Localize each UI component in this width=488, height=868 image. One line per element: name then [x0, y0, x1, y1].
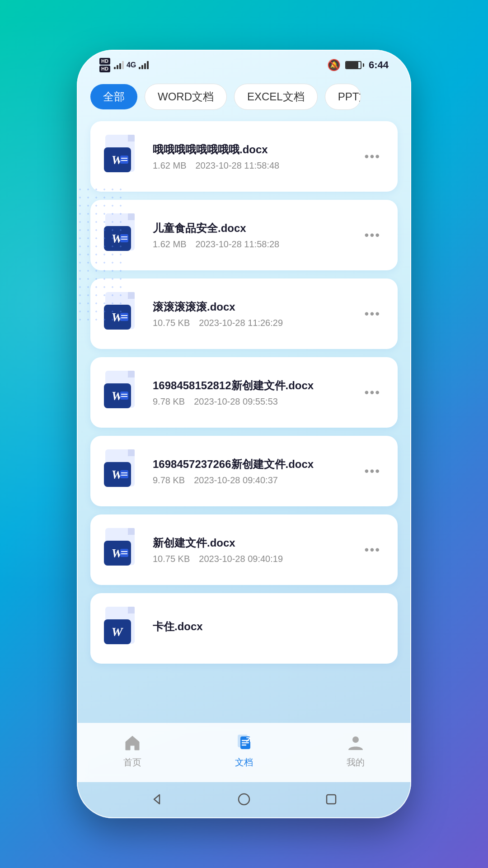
word-icon-3: W — [103, 370, 144, 415]
file-date-3: 2023-10-28 09:55:53 — [194, 396, 278, 407]
more-button-3[interactable]: ••• — [360, 383, 385, 402]
file-list: W 哦哦哦哦哦哦哦哦.docx 1.62 MB 2023-10-28 11:58… — [77, 117, 411, 723]
svg-point-52 — [352, 736, 359, 743]
bottom-nav: 首页 文档 — [77, 723, 411, 782]
docs-icon — [233, 732, 255, 754]
clock: 6:44 — [369, 59, 389, 71]
filter-tabs: 全部 WORD文档 EXCEL文档 PPT文 — [77, 77, 411, 117]
svg-rect-4 — [120, 156, 128, 164]
file-item-1[interactable]: W 儿童食品安全.docx 1.62 MB 2023-10-28 11:58:2… — [90, 200, 398, 270]
svg-rect-22 — [128, 371, 135, 377]
file-item-6[interactable]: W 卡住.docx — [90, 593, 398, 664]
profile-icon — [345, 732, 366, 754]
file-name-3: 1698458152812新创建文件.docx — [153, 378, 351, 393]
file-size-2: 10.75 KB — [153, 318, 190, 328]
file-size-3: 9.78 KB — [153, 396, 185, 407]
svg-rect-36 — [128, 528, 135, 535]
file-size-1: 1.62 MB — [153, 239, 186, 250]
svg-rect-18 — [120, 313, 128, 321]
more-button-5[interactable]: ••• — [360, 540, 385, 559]
svg-text:W: W — [112, 310, 124, 324]
tab-excel[interactable]: EXCEL文档 — [234, 84, 318, 110]
back-button[interactable] — [148, 790, 166, 808]
svg-rect-25 — [120, 392, 128, 400]
svg-rect-11 — [120, 234, 128, 242]
signal-2 — [139, 61, 149, 69]
home-icon — [122, 732, 143, 754]
status-bar: HD HD 4G — [77, 50, 411, 77]
word-icon-5: W — [103, 527, 144, 572]
word-icon-2: W — [103, 291, 144, 336]
svg-rect-55 — [327, 795, 336, 804]
svg-marker-53 — [154, 795, 160, 804]
svg-rect-15 — [128, 292, 135, 299]
status-left: HD HD 4G — [99, 58, 149, 72]
nav-profile-label: 我的 — [347, 756, 365, 769]
file-name-2: 滚滚滚滚滚.docx — [153, 300, 351, 314]
file-item-5[interactable]: W 新创建文件.docx 10.75 KB 2023-10-28 09:40:1… — [90, 514, 398, 585]
svg-rect-8 — [128, 213, 135, 220]
svg-rect-29 — [128, 449, 135, 456]
word-icon-4: W — [103, 448, 144, 494]
svg-rect-32 — [120, 470, 128, 478]
word-icon-0: W — [103, 134, 144, 179]
tab-word[interactable]: WORD文档 — [145, 84, 227, 110]
tab-ppt[interactable]: PPT文 — [325, 84, 361, 110]
file-name-5: 新创建文件.docx — [153, 536, 351, 550]
file-item-2[interactable]: W 滚滚滚滚滚.docx 10.75 KB 2023-10-28 11:26:2… — [90, 278, 398, 349]
file-name-6: 卡住.docx — [153, 619, 385, 634]
nav-docs[interactable]: 文档 — [233, 732, 255, 769]
nav-profile[interactable]: 我的 — [345, 732, 366, 769]
file-date-4: 2023-10-28 09:40:37 — [194, 475, 278, 486]
file-name-1: 儿童食品安全.docx — [153, 221, 351, 236]
network-badge: 4G — [127, 61, 136, 69]
more-button-0[interactable]: ••• — [360, 147, 385, 166]
status-right: 🔕 6:44 — [327, 59, 389, 71]
file-date-2: 2023-10-28 11:26:29 — [199, 318, 283, 328]
android-nav — [77, 782, 411, 818]
file-date-5: 2023-10-28 09:40:19 — [199, 554, 283, 564]
bell-icon: 🔕 — [327, 59, 341, 71]
file-date-1: 2023-10-28 11:58:28 — [195, 239, 279, 250]
hd-badge: HD — [99, 58, 110, 65]
file-meta-3: 9.78 KB 2023-10-28 09:55:53 — [153, 396, 351, 407]
file-name-4: 1698457237266新创建文件.docx — [153, 457, 351, 472]
svg-rect-1 — [128, 135, 135, 142]
file-meta-5: 10.75 KB 2023-10-28 09:40:19 — [153, 554, 351, 564]
phone-frame: HD HD 4G — [77, 50, 411, 818]
tab-all[interactable]: 全部 — [90, 84, 137, 109]
word-icon-6: W — [103, 606, 144, 651]
more-button-1[interactable]: ••• — [360, 226, 385, 245]
file-meta-1: 1.62 MB 2023-10-28 11:58:28 — [153, 239, 351, 250]
file-item-3[interactable]: W 1698458152812新创建文件.docx 9.78 KB 2023-1… — [90, 357, 398, 428]
home-button[interactable] — [235, 790, 253, 808]
word-icon-1: W — [103, 212, 144, 258]
nav-home-label: 首页 — [123, 756, 141, 769]
more-button-2[interactable]: ••• — [360, 304, 385, 323]
hd-badge2: HD — [99, 66, 110, 72]
file-meta-2: 10.75 KB 2023-10-28 11:26:29 — [153, 318, 351, 328]
file-name-0: 哦哦哦哦哦哦哦哦.docx — [153, 142, 351, 157]
svg-point-54 — [239, 794, 249, 805]
signal-1 — [114, 61, 124, 69]
nav-home[interactable]: 首页 — [122, 732, 143, 769]
svg-rect-43 — [128, 607, 135, 613]
file-info-0: 哦哦哦哦哦哦哦哦.docx 1.62 MB 2023-10-28 11:58:4… — [153, 142, 351, 171]
svg-text:W: W — [112, 231, 124, 245]
file-info-2: 滚滚滚滚滚.docx 10.75 KB 2023-10-28 11:26:29 — [153, 300, 351, 328]
file-size-4: 9.78 KB — [153, 475, 185, 486]
more-button-4[interactable]: ••• — [360, 462, 385, 481]
file-info-4: 1698457237266新创建文件.docx 9.78 KB 2023-10-… — [153, 457, 351, 486]
file-item-0[interactable]: W 哦哦哦哦哦哦哦哦.docx 1.62 MB 2023-10-28 11:58… — [90, 121, 398, 192]
svg-rect-39 — [120, 549, 128, 557]
battery-indicator — [345, 61, 364, 69]
file-info-5: 新创建文件.docx 10.75 KB 2023-10-28 09:40:19 — [153, 536, 351, 564]
file-meta-4: 9.78 KB 2023-10-28 09:40:37 — [153, 475, 351, 486]
file-meta-0: 1.62 MB 2023-10-28 11:58:48 — [153, 160, 351, 171]
nav-docs-label: 文档 — [235, 756, 253, 769]
recent-button[interactable] — [322, 790, 340, 808]
file-item-4[interactable]: W 1698457237266新创建文件.docx 9.78 KB 2023-1… — [90, 436, 398, 506]
svg-text:W: W — [112, 625, 124, 639]
file-size-0: 1.62 MB — [153, 160, 186, 171]
file-size-5: 10.75 KB — [153, 554, 190, 564]
